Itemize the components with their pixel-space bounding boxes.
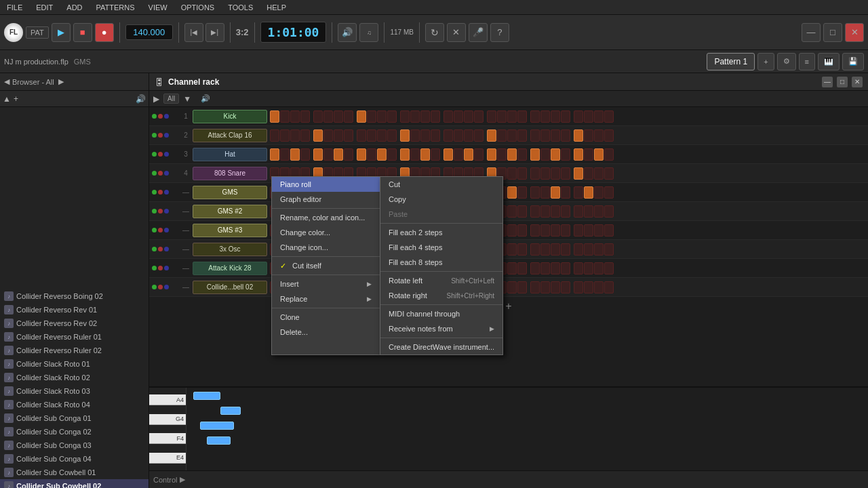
ctx-midi-through[interactable]: MIDI channel through <box>380 306 502 321</box>
row-dot-green[interactable] <box>152 190 157 195</box>
step-button[interactable] <box>474 129 484 142</box>
row-dot-red[interactable] <box>158 247 163 251</box>
step-button[interactable] <box>574 281 583 293</box>
step-button[interactable] <box>584 281 593 293</box>
step-button[interactable] <box>323 110 333 123</box>
master-pitch[interactable]: ♫ <box>359 23 378 42</box>
row-dot-green[interactable] <box>152 285 157 289</box>
step-button[interactable] <box>464 129 473 142</box>
step-button[interactable] <box>517 148 527 161</box>
row-dot-blue[interactable] <box>164 114 169 119</box>
step-button[interactable] <box>594 281 604 293</box>
rack-save-btn[interactable]: 💾 <box>842 53 864 70</box>
row-name-button[interactable]: Hat <box>193 148 267 161</box>
step-button[interactable] <box>584 129 593 142</box>
step-button[interactable] <box>443 129 453 142</box>
step-button[interactable] <box>507 167 517 180</box>
step-button[interactable] <box>584 205 593 218</box>
record-button[interactable]: ● <box>95 23 114 42</box>
ctx-graph-editor[interactable]: Graph editor <box>272 192 380 207</box>
browser-item[interactable]: ♪Collider Sub Conga 01 <box>0 411 149 425</box>
row-name-button[interactable]: GMS #2 <box>193 205 267 218</box>
browser-item[interactable]: ♪Collider Sub Conga 04 <box>0 452 149 466</box>
step-button[interactable] <box>574 243 583 256</box>
mic-btn[interactable]: 🎤 <box>469 23 488 42</box>
row-name-button[interactable]: Collide...bell 02 <box>193 281 267 294</box>
ctx-change-color[interactable]: Change color... <box>272 225 380 240</box>
step-button[interactable] <box>507 224 517 237</box>
row-dot-red[interactable] <box>158 133 163 138</box>
step-button[interactable] <box>431 129 440 142</box>
step-button[interactable] <box>323 148 333 161</box>
piano-key-a4[interactable]: A4 <box>149 394 186 405</box>
step-button[interactable] <box>594 167 604 180</box>
menu-add[interactable]: ADD <box>64 2 85 13</box>
step-button[interactable] <box>410 148 420 161</box>
step-button[interactable] <box>551 262 560 274</box>
step-button[interactable] <box>507 281 517 293</box>
piano-roll-grid[interactable] <box>186 388 868 470</box>
step-button[interactable] <box>410 110 420 123</box>
step-button[interactable] <box>357 129 366 142</box>
browser-item[interactable]: ♪Collider Sub Conga 02 <box>0 425 149 439</box>
row-dot-green[interactable] <box>152 152 157 157</box>
step-button[interactable] <box>507 205 517 218</box>
browser-item[interactable]: ♪Collider Sub Conga 03 <box>0 439 149 452</box>
ctx-delete[interactable]: Delete... <box>272 325 380 340</box>
step-button[interactable] <box>454 148 463 161</box>
step-button[interactable] <box>574 224 583 237</box>
step-button[interactable] <box>574 110 583 123</box>
piano-key-e4[interactable]: E4 <box>149 453 186 464</box>
step-button[interactable] <box>357 110 366 123</box>
step-button[interactable] <box>574 205 583 218</box>
ctx-fill-8[interactable]: Fill each 8 steps <box>380 255 502 270</box>
row-dot-green[interactable] <box>152 247 157 251</box>
step-button[interactable] <box>551 110 560 123</box>
row-dot-red[interactable] <box>158 114 163 119</box>
ctx-replace[interactable]: Replace <box>272 291 380 306</box>
step-button[interactable] <box>604 148 614 161</box>
step-button[interactable] <box>604 243 614 256</box>
step-button[interactable] <box>540 167 550 180</box>
step-button[interactable] <box>517 224 527 237</box>
step-button[interactable] <box>507 148 517 161</box>
step-button[interactable] <box>290 148 300 161</box>
step-button[interactable] <box>497 148 507 161</box>
step-button[interactable] <box>334 129 343 142</box>
skip-next-button[interactable]: ▶| <box>205 23 224 42</box>
step-button[interactable] <box>594 110 604 123</box>
step-button[interactable] <box>334 110 343 123</box>
step-button[interactable] <box>574 262 583 274</box>
row-dot-blue[interactable] <box>164 285 169 289</box>
step-button[interactable] <box>387 148 397 161</box>
step-button[interactable] <box>420 129 430 142</box>
step-button[interactable] <box>604 167 614 180</box>
menu-edit[interactable]: EDIT <box>33 2 56 13</box>
rack-minimize-btn[interactable]: — <box>822 77 833 87</box>
row-name-button[interactable]: GMS <box>193 186 267 199</box>
play-button[interactable]: ▶ <box>52 23 71 42</box>
step-button[interactable] <box>507 243 517 256</box>
row-name-button[interactable]: 3x Osc <box>193 243 267 256</box>
row-dot-blue[interactable] <box>164 171 169 176</box>
browser-item[interactable]: ♪Collider Slack Roto 03 <box>0 384 149 398</box>
refresh-btn[interactable]: ↻ <box>425 23 444 42</box>
row-dot-blue[interactable] <box>164 266 169 270</box>
step-button[interactable] <box>290 129 300 142</box>
browser-item[interactable]: ♪Collider Sub Cowbell 01 <box>0 466 149 479</box>
row-name-button[interactable]: GMS #3 <box>193 224 267 237</box>
step-button[interactable] <box>420 148 430 161</box>
step-button[interactable] <box>561 110 570 123</box>
step-button[interactable] <box>551 129 560 142</box>
step-button[interactable] <box>323 129 333 142</box>
rack-mixer-btn[interactable]: ≡ <box>799 53 815 70</box>
step-button[interactable] <box>474 148 484 161</box>
step-button[interactable] <box>507 129 517 142</box>
step-button[interactable] <box>431 148 440 161</box>
ctx-create-dw[interactable]: Create DirectWave instrument... <box>380 340 502 354</box>
step-button[interactable] <box>367 129 376 142</box>
step-button[interactable] <box>367 148 376 161</box>
rack-piano-btn[interactable]: 🎹 <box>818 53 840 70</box>
step-button[interactable] <box>300 148 310 161</box>
window-minimize[interactable]: — <box>802 23 821 42</box>
